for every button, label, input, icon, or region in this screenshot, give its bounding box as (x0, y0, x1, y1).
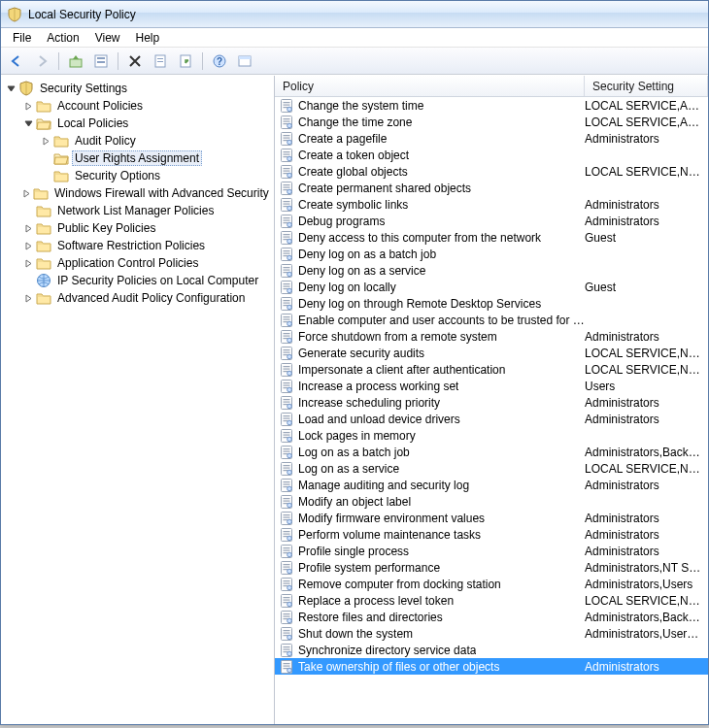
policy-row[interactable]: Change the system timeLOCAL SERVICE,Admi… (275, 97, 708, 114)
policy-icon (279, 362, 294, 378)
policy-row[interactable]: Deny log on as a service (275, 262, 708, 279)
folder-icon (33, 185, 49, 201)
policy-name: Change the system time (298, 99, 423, 113)
expand-icon[interactable] (22, 187, 31, 199)
policy-row[interactable]: Change the time zoneLOCAL SERVICE,Admini… (275, 114, 708, 130)
export-button[interactable] (174, 50, 197, 72)
column-header-setting[interactable]: Security Setting (585, 76, 708, 96)
expand-icon[interactable] (22, 257, 34, 269)
properties-button[interactable] (89, 50, 113, 72)
tree-item-audit-policy[interactable]: Audit Policy (40, 132, 274, 149)
policy-row[interactable]: Increase a process working setUsers (275, 378, 708, 394)
policy-icon (279, 313, 294, 328)
policy-row[interactable]: Modify an object label (275, 493, 708, 510)
collapse-icon[interactable] (22, 117, 34, 129)
tree-item-pubkey[interactable]: Public Key Policies (22, 219, 274, 237)
folder-icon (53, 168, 69, 183)
policy-name: Deny log on through Remote Desktop Servi… (298, 297, 541, 311)
policy-setting: Administrators (585, 413, 708, 426)
policy-row[interactable]: Create global objectsLOCAL SERVICE,NETWO… (275, 163, 708, 180)
policy-row[interactable]: Log on as a batch jobAdministrators,Back… (275, 444, 708, 460)
folder-icon (53, 133, 69, 149)
policy-icon (279, 280, 294, 295)
policy-setting: Administrators (585, 528, 708, 542)
forward-button[interactable] (30, 50, 53, 72)
tree-item-firewall[interactable]: Windows Firewall with Advanced Security (22, 184, 274, 202)
back-button[interactable] (5, 50, 28, 72)
policy-setting: LOCAL SERVICE,NETWO... (585, 165, 708, 179)
svg-rect-19 (239, 56, 251, 59)
menu-help[interactable]: Help (128, 29, 168, 47)
tree-item-account-policies[interactable]: Account Policies (22, 97, 274, 115)
expand-icon[interactable] (22, 222, 34, 234)
tree-item-srp[interactable]: Software Restriction Policies (22, 237, 274, 254)
policy-row[interactable]: Remove computer from docking stationAdmi… (275, 576, 708, 592)
policy-row[interactable]: Shut down the systemAdministrators,Users… (275, 625, 708, 642)
tree-root-node[interactable]: Security Settings (5, 80, 274, 97)
tree-item-security-options[interactable]: Security Options (40, 167, 274, 184)
policy-row[interactable]: Increase scheduling priorityAdministrato… (275, 394, 708, 411)
policy-row[interactable]: Deny log on through Remote Desktop Servi… (275, 295, 708, 312)
tree-item-nlmp[interactable]: Network List Manager Policies (22, 202, 274, 219)
policy-row[interactable]: Impersonate a client after authenticatio… (275, 361, 708, 378)
title-bar[interactable]: Local Security Policy (1, 1, 708, 28)
up-button[interactable] (64, 50, 87, 72)
policy-row[interactable]: Replace a process level tokenLOCAL SERVI… (275, 592, 708, 609)
policy-row[interactable]: Deny access to this computer from the ne… (275, 229, 708, 246)
policy-row[interactable]: Load and unload device driversAdministra… (275, 411, 708, 427)
menu-action[interactable]: Action (39, 29, 86, 47)
policy-name: Replace a process level token (298, 594, 454, 608)
policy-row[interactable]: Deny log on locallyGuest (275, 279, 708, 295)
policy-setting: LOCAL SERVICE,Admini... (585, 116, 708, 129)
expand-icon[interactable] (22, 292, 34, 304)
policy-row[interactable]: Create permanent shared objects (275, 180, 708, 196)
folder-icon (36, 238, 51, 253)
refresh-button[interactable] (149, 50, 172, 72)
expand-icon[interactable] (22, 240, 34, 251)
collapse-icon[interactable] (5, 83, 17, 94)
tree-pane[interactable]: Security Settings Account Policies (1, 76, 275, 724)
policy-row[interactable]: Modify firmware environment valuesAdmini… (275, 510, 708, 526)
split-pane: Security Settings Account Policies (1, 75, 708, 724)
tree-label: Public Key Policies (54, 220, 158, 236)
policy-row[interactable]: Debug programsAdministrators (275, 213, 708, 229)
policy-row[interactable]: Log on as a serviceLOCAL SERVICE,NETWO..… (275, 460, 708, 477)
policy-row[interactable]: Force shutdown from a remote systemAdmin… (275, 328, 708, 345)
view-button[interactable] (233, 50, 256, 72)
delete-button[interactable] (123, 50, 147, 72)
policy-row[interactable]: Create a pagefileAdministrators (275, 130, 708, 147)
tree-label: Application Control Policies (54, 255, 201, 271)
policy-row[interactable]: Perform volume maintenance tasksAdminist… (275, 526, 708, 543)
policy-row[interactable]: Deny log on as a batch job (275, 246, 708, 262)
expand-icon[interactable] (22, 100, 34, 112)
policy-row[interactable]: Create symbolic linksAdministrators (275, 196, 708, 213)
expand-icon[interactable] (40, 135, 51, 147)
policy-name: Modify an object label (298, 495, 411, 509)
policy-row[interactable]: Restore files and directoriesAdministrat… (275, 609, 708, 625)
help-button[interactable]: ? (208, 50, 231, 72)
tree-label: Local Policies (54, 116, 131, 131)
policy-row[interactable]: Manage auditing and security logAdminist… (275, 477, 708, 493)
policy-icon (279, 115, 294, 130)
policy-row[interactable]: Synchronize directory service data (275, 642, 708, 658)
policy-row[interactable]: Create a token object (275, 147, 708, 163)
tree-item-local-policies[interactable]: Local Policies (22, 115, 274, 132)
menu-file[interactable]: File (5, 29, 39, 47)
tree-item-acp[interactable]: Application Control Policies (22, 254, 274, 272)
column-header-policy[interactable]: Policy (275, 76, 585, 96)
policy-row[interactable]: Profile single processAdministrators (275, 543, 708, 559)
policy-row[interactable]: Enable computer and user accounts to be … (275, 312, 708, 328)
list-body[interactable]: Change the system timeLOCAL SERVICE,Admi… (275, 97, 708, 724)
tree-item-ipsec[interactable]: IP Security Policies on Local Computer (22, 272, 274, 289)
policy-icon (279, 197, 294, 213)
tree-item-user-rights[interactable]: User Rights Assignment (40, 149, 274, 167)
policy-icon (279, 395, 294, 411)
policy-setting: LOCAL SERVICE,NETWO... (585, 594, 708, 608)
policy-row[interactable]: Generate security auditsLOCAL SERVICE,NE… (275, 345, 708, 361)
menu-view[interactable]: View (87, 29, 128, 47)
policy-row[interactable]: Take ownership of files or other objects… (275, 658, 708, 675)
policy-row[interactable]: Profile system performanceAdministrators… (275, 559, 708, 576)
policy-setting: Administrators (585, 545, 708, 558)
tree-item-aapc[interactable]: Advanced Audit Policy Configuration (22, 289, 274, 307)
policy-row[interactable]: Lock pages in memory (275, 427, 708, 444)
